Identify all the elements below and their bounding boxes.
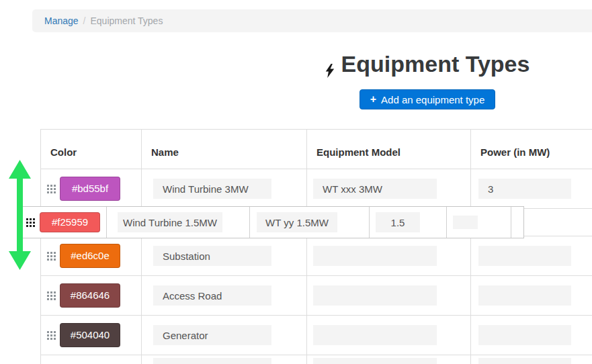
model-input[interactable] [313,325,437,345]
table-row: #864646 [41,276,592,316]
breadcrumb-current: Equipment Types [90,15,163,26]
plus-icon: + [370,94,376,105]
name-input[interactable] [153,358,271,364]
page-header: Equipment Types + Add an equipment type [259,51,592,109]
dragged-row[interactable]: #f25959 [20,206,524,238]
name-input[interactable] [153,325,271,345]
drag-handle-icon[interactable] [47,252,56,261]
model-input[interactable] [313,179,437,199]
power-input[interactable] [478,325,571,345]
drag-handle-icon[interactable] [47,185,56,193]
add-equipment-type-label: Add an equipment type [381,94,484,105]
color-swatch[interactable]: #ed6c0e [60,244,120,268]
breadcrumb: Manage/Equipment Types [32,9,592,32]
color-swatch[interactable]: #864646 [60,283,120,308]
table-row [41,355,592,364]
name-input[interactable] [153,179,271,199]
page-title-text: Equipment Types [341,51,530,77]
model-input[interactable] [313,285,437,306]
page-title: Equipment Types [325,51,530,77]
name-input[interactable] [153,285,271,306]
drag-handle-icon[interactable] [47,291,56,300]
dragged-row-end-cell [511,207,523,238]
breadcrumb-separator: / [83,15,86,26]
model-input[interactable] [313,358,437,364]
extra-input[interactable] [453,216,478,229]
column-header-name: Name [142,130,307,169]
power-input[interactable] [478,179,571,199]
breadcrumb-link-manage[interactable]: Manage [44,15,79,26]
dragged-row-extra-cell [447,207,511,238]
drag-handle-icon[interactable] [47,331,56,340]
power-input[interactable] [478,285,571,306]
model-input[interactable] [313,246,437,266]
power-input[interactable] [478,358,571,364]
color-swatch[interactable]: #f25959 [40,212,100,232]
name-input[interactable] [153,246,271,266]
name-input[interactable] [118,212,222,232]
add-equipment-type-button[interactable]: + Add an equipment type [360,89,496,109]
model-input[interactable] [257,212,337,232]
dragged-row-color-cell: #f25959 [21,207,107,238]
table-header-row: Color Name Equipment Model Power (in MW) [41,130,592,169]
table-row: #bd55bf [41,169,592,209]
table-row: #504040 [41,316,592,355]
table-row: #ed6c0e [41,236,592,276]
column-header-power: Power (in MW) [471,130,592,169]
dragged-row-name-cell [107,207,250,238]
color-swatch[interactable]: #bd55bf [60,177,120,201]
column-header-color: Color [41,130,142,169]
column-header-model: Equipment Model [307,130,471,169]
color-swatch[interactable]: #504040 [60,323,120,347]
equipment-types-table: Color Name Equipment Model Power (in MW)… [40,129,592,364]
power-input[interactable] [376,212,420,232]
lightning-icon [325,57,335,71]
dragged-row-power-cell [370,207,447,238]
dragged-row-model-cell [250,207,370,238]
reorder-direction-arrow-icon [7,160,32,270]
power-input[interactable] [478,246,571,266]
